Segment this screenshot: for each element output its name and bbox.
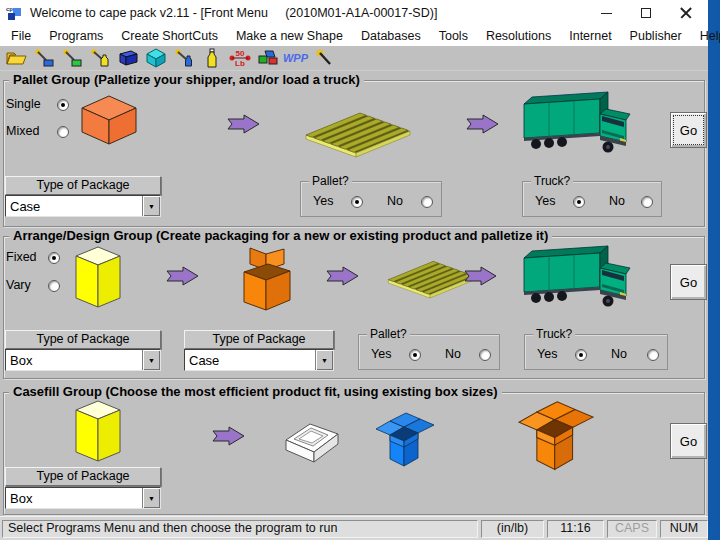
- single-radio[interactable]: [57, 99, 69, 111]
- truck-image: [516, 240, 636, 310]
- toolbar: 50 Lb WPP: [0, 46, 708, 71]
- casefill-package-type-select[interactable]: Box ▼: [5, 487, 161, 509]
- new-box-wizard-icon[interactable]: [32, 48, 55, 69]
- casefill-go-button[interactable]: Go: [670, 423, 707, 459]
- open-case-image: [236, 246, 298, 312]
- menu-tools[interactable]: Tools: [430, 29, 477, 43]
- wpp-icon[interactable]: WPP: [284, 48, 307, 69]
- arrow-icon: [326, 266, 360, 286]
- dropdown-arrow-icon[interactable]: ▼: [315, 350, 333, 370]
- status-message: Select Programs Menu and then choose the…: [2, 520, 478, 538]
- svg-text:50: 50: [235, 49, 244, 58]
- menu-make-a-new-shape[interactable]: Make a new Shape: [227, 29, 352, 43]
- arrange-truck-question-title: Truck?: [533, 327, 575, 341]
- dropdown-arrow-icon[interactable]: ▼: [142, 196, 160, 216]
- menu-help[interactable]: Help: [691, 29, 720, 43]
- arrange-group-title: Arrange/Design Group (Create packaging f…: [9, 228, 552, 243]
- minimize-button[interactable]: [586, 0, 626, 26]
- arrange-truck-yes-radio[interactable]: [575, 349, 587, 361]
- casefill-package-type-value: Box: [6, 488, 142, 508]
- open-box-orange-image: [514, 398, 598, 472]
- fixed-radio[interactable]: [48, 252, 60, 264]
- arrange-package-type-select-2[interactable]: Case ▼: [184, 349, 334, 371]
- arrange-truck-yes-label: Yes: [537, 347, 557, 361]
- pallet-go-button[interactable]: Go: [670, 112, 707, 148]
- arrange-package-type-value-1: Box: [6, 350, 142, 370]
- pallet-yes-label: Yes: [313, 194, 333, 208]
- maximize-icon: [641, 8, 651, 18]
- shipper-case-image: [80, 95, 138, 145]
- close-icon: [680, 7, 692, 19]
- menu-databases[interactable]: Databases: [352, 29, 430, 43]
- casefill-package-type-header: Type of Package: [5, 467, 161, 486]
- arrange-package-type-value-2: Case: [185, 350, 315, 370]
- pallet-yes-radio[interactable]: [351, 196, 363, 208]
- mixed-radio-label: Mixed: [6, 124, 39, 138]
- fixed-radio-label: Fixed: [6, 250, 37, 264]
- pallet-no-label: No: [387, 194, 403, 208]
- status-caps-indicator: CAPS: [607, 520, 657, 538]
- arrow-icon: [212, 426, 246, 446]
- bottle-wizard-icon[interactable]: [172, 48, 195, 69]
- product-box-image: [74, 246, 122, 308]
- truck-question-group: Truck? Yes No: [522, 181, 662, 217]
- pallet-question-group: Pallet? Yes No: [300, 181, 442, 217]
- database-book-icon[interactable]: [116, 48, 139, 69]
- product-box-image: [74, 400, 122, 462]
- arrange-pallet-no-label: No: [445, 347, 461, 361]
- bottle-icon[interactable]: [200, 48, 223, 69]
- menu-publisher[interactable]: Publisher: [621, 29, 691, 43]
- truck-no-radio[interactable]: [641, 196, 653, 208]
- dropdown-arrow-icon[interactable]: ▼: [142, 350, 160, 370]
- arrange-package-type-header-2: Type of Package: [184, 330, 334, 349]
- arrow-icon: [227, 114, 261, 134]
- casefill-group-title: Casefill Group (Choose the most efficien…: [9, 384, 502, 399]
- vary-radio-label: Vary: [6, 278, 31, 292]
- arrange-pallet-yes-radio[interactable]: [409, 349, 421, 361]
- truck-yes-label: Yes: [535, 194, 555, 208]
- pallet-package-type-value: Case: [6, 196, 142, 216]
- truck-yes-radio[interactable]: [573, 196, 585, 208]
- close-button[interactable]: [666, 0, 706, 26]
- arrange-go-button[interactable]: Go: [670, 264, 707, 300]
- maximize-button[interactable]: [626, 0, 666, 26]
- menu-file[interactable]: File: [2, 29, 40, 43]
- arrange-pallet-question-title: Pallet?: [367, 327, 410, 341]
- arrange-truck-no-radio[interactable]: [647, 349, 659, 361]
- pallet-package-type-header: Type of Package: [5, 176, 161, 195]
- arrow-icon: [466, 114, 500, 134]
- menu-create-shortcuts[interactable]: Create ShortCuts: [112, 29, 227, 43]
- open-file-icon[interactable]: [4, 48, 27, 69]
- menu-internet[interactable]: Internet: [560, 29, 620, 43]
- status-bar: Select Programs Menu and then choose the…: [0, 516, 708, 540]
- new-bottle-wizard-icon[interactable]: [88, 48, 111, 69]
- truck-question-title: Truck?: [531, 174, 573, 188]
- multi-shapes-icon[interactable]: [256, 48, 279, 69]
- pallet-question-title: Pallet?: [309, 174, 352, 188]
- menu-programs[interactable]: Programs: [40, 29, 112, 43]
- status-units: (in/lb): [481, 520, 544, 538]
- pallet-image: [296, 108, 416, 158]
- menu-resolutions[interactable]: Resolutions: [477, 29, 560, 43]
- mixed-radio[interactable]: [57, 126, 69, 138]
- carton-icon[interactable]: [144, 48, 167, 69]
- svg-text:cp: cp: [6, 6, 13, 12]
- arrange-package-type-header-1: Type of Package: [5, 330, 161, 349]
- status-time: 11:16: [547, 520, 604, 538]
- menu-bar: File Programs Create ShortCuts Make a ne…: [0, 26, 708, 46]
- pallet-group-title: Pallet Group (Palletize your shipper, an…: [9, 72, 364, 87]
- arrange-package-type-select-1[interactable]: Box ▼: [5, 349, 161, 371]
- window-title: Welcome to cape pack v2.11 - [Front Menu…: [30, 6, 437, 20]
- pallet-no-radio[interactable]: [421, 196, 433, 208]
- vary-radio[interactable]: [48, 280, 60, 292]
- pallet-package-type-select[interactable]: Case ▼: [5, 195, 161, 217]
- weight-limit-icon[interactable]: 50 Lb: [228, 48, 251, 69]
- wizard-wand-icon[interactable]: [312, 48, 335, 69]
- title-bar: cp Welcome to cape pack v2.11 - [Front M…: [0, 0, 708, 26]
- dropdown-arrow-icon[interactable]: ▼: [142, 488, 160, 508]
- open-box-blue-image: [374, 410, 436, 468]
- svg-text:Lb: Lb: [235, 59, 245, 68]
- app-logo-icon: cp: [6, 5, 22, 21]
- new-case-wizard-icon[interactable]: [60, 48, 83, 69]
- arrange-pallet-no-radio[interactable]: [479, 349, 491, 361]
